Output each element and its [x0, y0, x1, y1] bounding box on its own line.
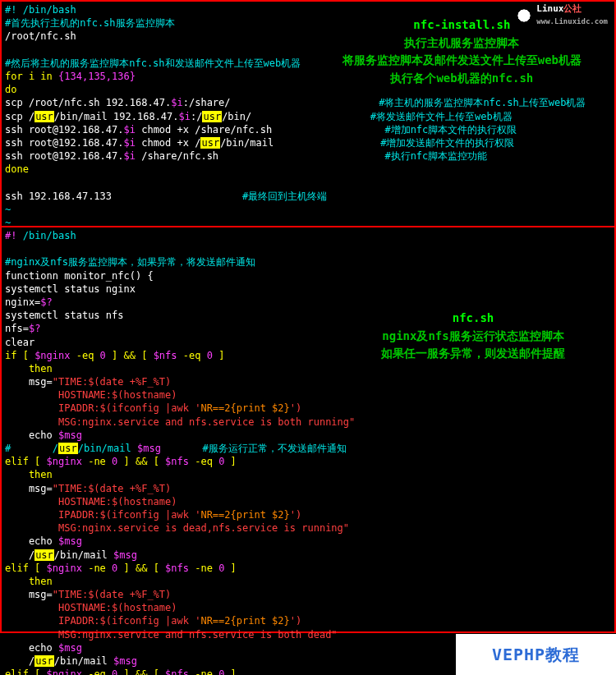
callout-top-l3: 执行各个web机器的nfc.sh — [342, 70, 582, 88]
callout-top-l1: 执行主机服务监控脚本 — [342, 34, 582, 53]
callout-bottom-title: nfc.sh — [381, 310, 565, 328]
watermark-sub: 公社 — [563, 3, 582, 14]
callout-top: nfc-install.sh 执行主机服务监控脚本 将服务监控脚本及邮件发送文件… — [342, 16, 582, 88]
script-panel-2: nfc.sh nginx及nfs服务运行状态监控脚本 如果任一服务异常，则发送邮… — [0, 227, 616, 633]
callout-bottom-l2: 如果任一服务异常，则发送邮件提醒 — [381, 345, 565, 363]
callout-top-l2: 将服务监控脚本及邮件发送文件上传至web机器 — [342, 52, 582, 70]
code-block-2: #! /bin/bash #nginx及nfs服务监控脚本，如果异常，将发送邮件… — [5, 229, 611, 675]
script-panel-1: Linux公社 www.Linuxidc.com nfc-install.sh … — [0, 0, 616, 227]
watermark-label: Linux — [536, 3, 563, 14]
callout-bottom-l1: nginx及nfs服务运行状态监控脚本 — [381, 328, 565, 346]
footer-badge: VEPHP教程 — [456, 634, 616, 675]
callout-bottom: nfc.sh nginx及nfs服务运行状态监控脚本 如果任一服务异常，则发送邮… — [381, 310, 565, 363]
footer-text: VEPHP教程 — [492, 644, 580, 666]
callout-top-title: nfc-install.sh — [342, 16, 582, 34]
